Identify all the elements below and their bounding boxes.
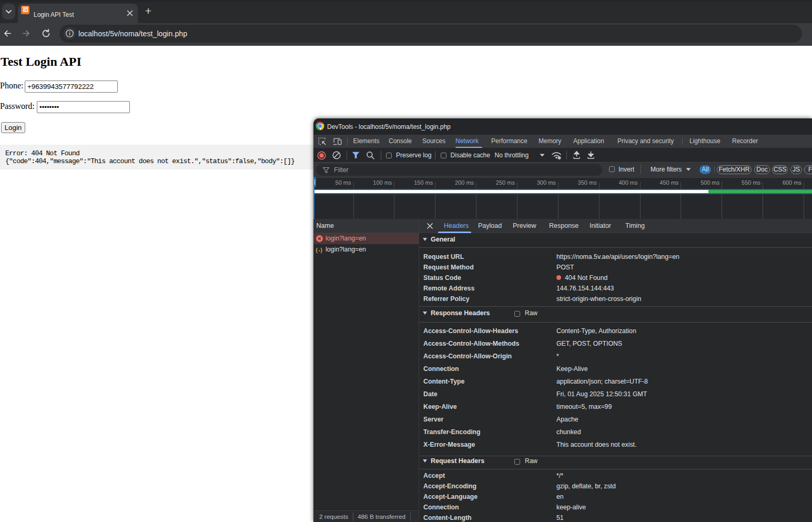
svg-text:83: 83 [23,7,28,13]
svg-text:{: { [316,247,318,253]
svg-text:}: } [320,247,323,253]
